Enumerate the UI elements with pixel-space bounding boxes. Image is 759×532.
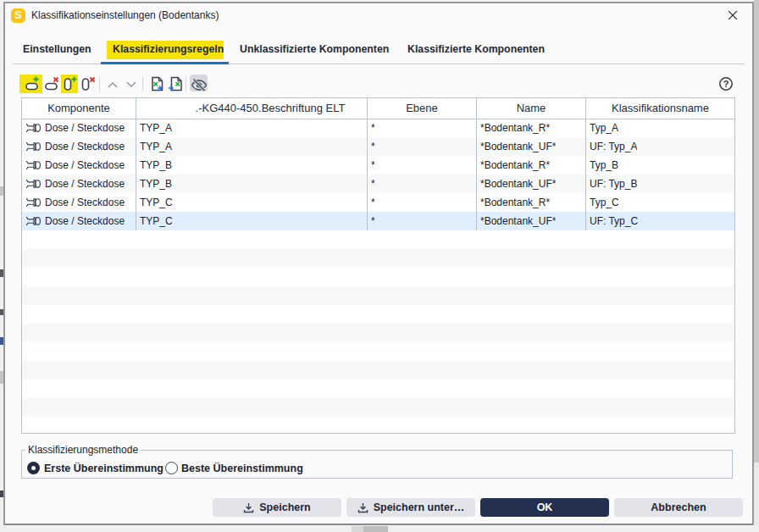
svg-text:?: ?: [723, 79, 729, 89]
